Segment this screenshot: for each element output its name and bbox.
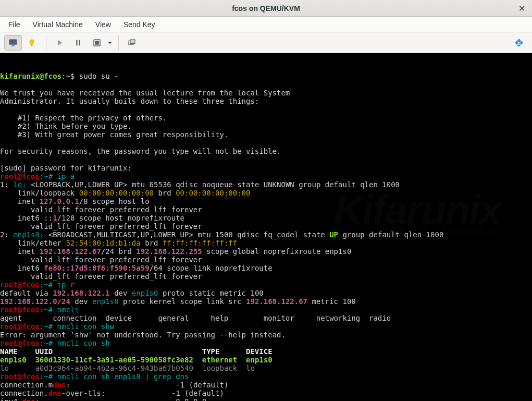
fullscreen-button[interactable] xyxy=(510,35,528,51)
menu-file[interactable]: File xyxy=(2,18,27,31)
shutdown-button[interactable] xyxy=(88,35,106,51)
snapshots-icon xyxy=(127,38,137,47)
svg-rect-9 xyxy=(518,41,521,44)
chevron-down-icon xyxy=(107,40,113,46)
svg-rect-2 xyxy=(31,45,33,46)
svg-rect-6 xyxy=(95,41,98,44)
menu-send-key[interactable]: Send Key xyxy=(117,18,162,31)
svg-rect-3 xyxy=(76,40,77,45)
pause-button[interactable] xyxy=(69,35,87,51)
toolbar xyxy=(0,32,532,53)
details-button[interactable] xyxy=(23,35,41,51)
svg-rect-1 xyxy=(10,40,16,43)
svg-rect-4 xyxy=(79,40,80,45)
pause-icon xyxy=(73,38,83,47)
window-title: fcos on QEMU/KVM xyxy=(232,4,300,13)
shutdown-menu-button[interactable] xyxy=(107,40,113,46)
menu-view[interactable]: View xyxy=(89,18,117,31)
menu-bar: File Virtual Machine View Send Key xyxy=(0,17,532,32)
monitor-icon xyxy=(8,38,18,47)
menu-virtual-machine[interactable]: Virtual Machine xyxy=(27,18,89,31)
lightbulb-icon xyxy=(27,38,36,47)
console-button[interactable] xyxy=(4,35,22,51)
run-button[interactable] xyxy=(51,35,68,51)
svg-rect-8 xyxy=(130,40,135,44)
snapshot-button[interactable] xyxy=(123,35,141,51)
stop-icon xyxy=(92,38,102,47)
vm-console[interactable]: Kifarunix *NIX TIPS & TUTORIALS kifaruni… xyxy=(0,53,532,401)
close-icon[interactable]: ✕ xyxy=(515,2,528,15)
expand-icon xyxy=(514,38,524,47)
window-titlebar: fcos on QEMU/KVM ✕ xyxy=(0,0,532,17)
play-icon xyxy=(55,38,64,47)
